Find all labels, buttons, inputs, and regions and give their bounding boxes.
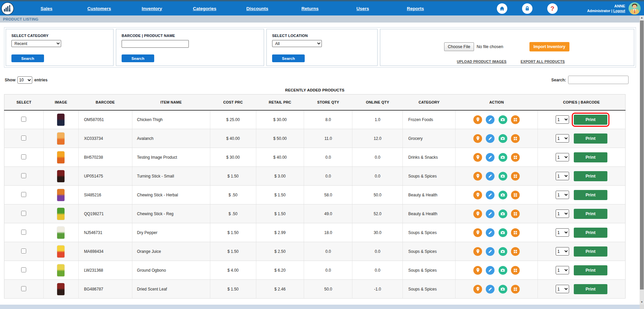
barcode-grid-icon[interactable] [511,172,520,181]
copies-select[interactable]: 1 [556,191,569,199]
camera-icon[interactable] [499,134,507,143]
help-icon[interactable]: ? [547,3,558,14]
location-search-button[interactable]: Search [272,54,305,62]
print-button[interactable]: Print [574,190,607,200]
nav-item-sales[interactable]: Sales [20,6,73,11]
location-pin-icon[interactable] [473,209,482,218]
table-search-input[interactable] [568,76,629,84]
col-header-cost-prc[interactable]: COST PRC [210,94,256,110]
horizontal-scrollbar[interactable] [0,305,640,309]
print-button[interactable]: Print [574,246,607,257]
choose-file-button[interactable]: Choose File [444,42,474,51]
nav-item-reports[interactable]: Reports [389,6,442,11]
export-all-products-link[interactable]: EXPORT ALL PRODUCTS [521,60,565,64]
copies-select[interactable]: 1 [556,172,569,180]
edit-pencil-icon[interactable] [486,172,495,181]
barcode-search-button[interactable]: Search [122,54,154,62]
edit-pencil-icon[interactable] [486,228,495,237]
row-select-checkbox[interactable] [21,117,26,122]
print-button[interactable]: Print [574,115,607,125]
edit-pencil-icon[interactable] [486,115,495,124]
copies-select[interactable]: 1 [556,115,569,124]
camera-icon[interactable] [499,247,507,256]
row-select-checkbox[interactable] [21,211,26,216]
print-button[interactable]: Print [574,152,607,162]
location-pin-icon[interactable] [473,115,482,124]
barcode-grid-icon[interactable] [511,228,520,237]
nav-item-returns[interactable]: Returns [284,6,336,11]
col-header-online-qty[interactable]: ONLINE QTY [352,94,403,110]
location-pin-icon[interactable] [473,191,482,199]
location-pin-icon[interactable] [473,266,482,275]
print-button[interactable]: Print [574,133,607,144]
edit-pencil-icon[interactable] [486,247,495,256]
upload-product-images-link[interactable]: UPLOAD PRODUCT IMAGES [457,60,507,64]
camera-icon[interactable] [499,209,507,218]
barcode-grid-icon[interactable] [511,191,520,199]
scroll-up-arrow-icon[interactable]: ▲ [640,15,644,20]
location-select[interactable]: All [272,40,322,47]
edit-pencil-icon[interactable] [486,134,495,143]
camera-icon[interactable] [499,266,507,275]
copies-select[interactable]: 1 [556,285,569,293]
print-button[interactable]: Print [574,284,607,294]
col-header-select[interactable]: SELECT [4,94,44,110]
barcode-input[interactable] [122,40,189,48]
copies-select[interactable]: 1 [556,228,569,237]
location-pin-icon[interactable] [473,153,482,162]
vertical-scrollbar-thumb[interactable] [640,21,644,289]
col-header-store-qty[interactable]: STORE QTY [304,94,352,110]
row-select-checkbox[interactable] [21,136,26,141]
barcode-grid-icon[interactable] [511,115,520,124]
edit-pencil-icon[interactable] [486,153,495,162]
location-pin-icon[interactable] [473,247,482,256]
barcode-grid-icon[interactable] [511,247,520,256]
copies-select[interactable]: 1 [556,153,569,161]
col-header-barcode[interactable]: BARCODE [78,94,132,110]
barcode-grid-icon[interactable] [511,266,520,275]
col-header-retail-prc[interactable]: RETAIL PRC [256,94,304,110]
copies-select[interactable]: 1 [556,247,569,256]
edit-pencil-icon[interactable] [486,209,495,218]
edit-pencil-icon[interactable] [486,285,495,294]
copies-select[interactable]: 1 [556,209,569,218]
camera-icon[interactable] [499,285,507,294]
lock-icon[interactable] [522,3,532,14]
row-select-checkbox[interactable] [21,248,26,254]
barcode-grid-icon[interactable] [511,134,520,143]
camera-icon[interactable] [499,191,507,199]
barcode-grid-icon[interactable] [511,285,520,294]
nav-item-inventory[interactable]: Inventory [126,6,178,11]
location-pin-icon[interactable] [473,285,482,294]
nav-item-categories[interactable]: Categories [178,6,231,11]
row-select-checkbox[interactable] [21,286,26,291]
category-select[interactable]: Recent [11,40,61,47]
col-header-item-name[interactable]: ITEM NAME [132,94,210,110]
location-pin-icon[interactable] [473,134,482,143]
row-select-checkbox[interactable] [21,230,26,235]
location-pin-icon[interactable] [473,228,482,237]
user-avatar[interactable] [629,2,641,14]
app-logo-icon[interactable] [1,2,14,15]
category-search-button[interactable]: Search [11,54,44,62]
copies-select[interactable]: 1 [556,266,569,274]
location-pin-icon[interactable] [473,172,482,181]
logout-link[interactable]: Logout [613,9,625,13]
row-select-checkbox[interactable] [21,192,26,197]
nav-item-discounts[interactable]: Discounts [231,6,284,11]
row-select-checkbox[interactable] [21,173,26,178]
import-inventory-button[interactable]: Import Inventory [529,42,569,51]
scroll-down-arrow-icon[interactable]: ▼ [640,300,644,305]
entries-select[interactable]: 10 [17,76,32,84]
barcode-grid-icon[interactable] [511,153,520,162]
col-header-category[interactable]: CATEGORY [403,94,456,110]
print-button[interactable]: Print [574,265,607,275]
edit-pencil-icon[interactable] [486,191,495,199]
vertical-scrollbar[interactable]: ▲ ▼ [640,15,644,305]
col-header-image[interactable]: IMAGE [43,94,78,110]
camera-icon[interactable] [499,115,507,124]
print-button[interactable]: Print [574,171,607,181]
row-select-checkbox[interactable] [21,154,26,159]
camera-icon[interactable] [499,172,507,181]
camera-icon[interactable] [499,228,507,237]
